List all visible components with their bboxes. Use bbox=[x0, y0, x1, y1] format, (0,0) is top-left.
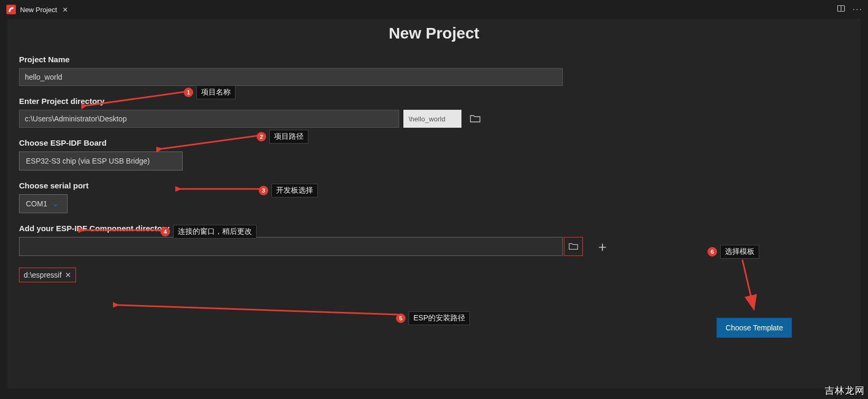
project-directory-input[interactable] bbox=[19, 110, 399, 128]
remove-chip-icon[interactable]: ✕ bbox=[65, 271, 71, 279]
choose-template-button[interactable]: Choose Template bbox=[716, 318, 792, 338]
serial-port-label: Choose serial port bbox=[19, 181, 849, 190]
board-label: Choose ESP-IDF Board bbox=[19, 138, 849, 147]
titlebar: New Project ✕ ··· bbox=[0, 0, 868, 19]
component-dir-input[interactable] bbox=[19, 237, 563, 256]
component-path-value: d:\espressif bbox=[24, 271, 62, 279]
chevron-down-icon: ⌄ bbox=[52, 200, 59, 208]
browse-directory-button[interactable] bbox=[468, 111, 483, 126]
editor-tab[interactable]: New Project ✕ bbox=[0, 5, 68, 14]
tab-title: New Project bbox=[20, 6, 57, 14]
serial-port-select[interactable]: COM1 ⌄ bbox=[19, 194, 68, 213]
new-project-form: Project Name Enter Project directory \he… bbox=[7, 55, 861, 282]
component-dir-label: Add your ESP-IDF Component directory bbox=[19, 224, 849, 233]
split-editor-icon[interactable] bbox=[837, 4, 845, 15]
serial-port-value: COM1 bbox=[26, 200, 47, 208]
new-project-panel: New Project Project Name Enter Project d… bbox=[7, 19, 861, 388]
project-directory-suffix: \hello_world bbox=[403, 110, 461, 128]
board-select-value: ESP32-S3 chip (via ESP USB Bridge) bbox=[26, 157, 150, 165]
annotation-badge: 5 bbox=[396, 314, 405, 323]
annotation-label: ESP的安装路径 bbox=[409, 311, 470, 325]
watermark: 吉林龙网 bbox=[825, 384, 865, 397]
project-directory-label: Enter Project directory bbox=[19, 97, 849, 106]
board-select[interactable]: ESP32-S3 chip (via ESP USB Bridge) bbox=[19, 151, 183, 170]
espressif-icon bbox=[6, 5, 16, 14]
more-icon[interactable]: ··· bbox=[853, 5, 863, 14]
page-title: New Project bbox=[7, 24, 861, 42]
component-path-chip[interactable]: d:\espressif ✕ bbox=[19, 268, 76, 282]
annotation-5: 5 ESP的安装路径 bbox=[396, 311, 470, 325]
project-name-label: Project Name bbox=[19, 55, 849, 64]
project-name-input[interactable] bbox=[19, 68, 563, 86]
svg-line-11 bbox=[118, 305, 398, 315]
component-browse-button[interactable] bbox=[564, 237, 583, 256]
close-icon[interactable]: ✕ bbox=[62, 6, 68, 14]
add-component-button[interactable]: ＋ bbox=[596, 238, 609, 256]
